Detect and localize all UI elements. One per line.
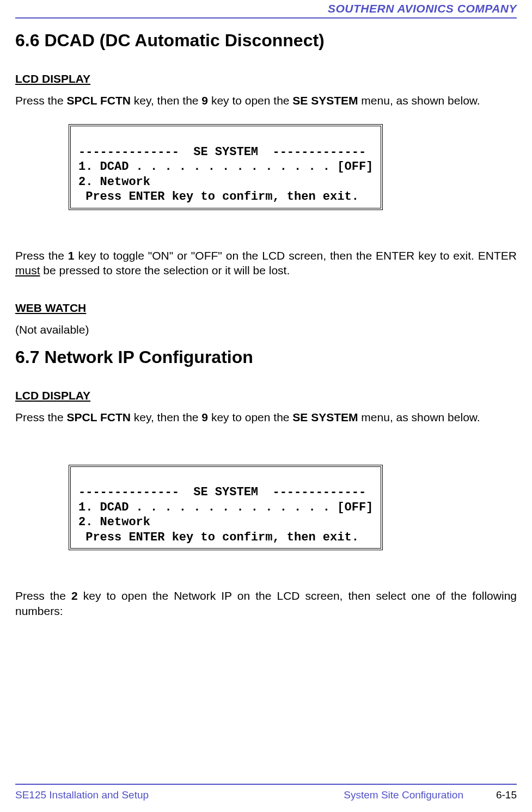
- footer-right: 6-15: [496, 789, 517, 801]
- lcd-line: -------------- SE SYSTEM -------------: [78, 145, 366, 159]
- text-fragment: Press the: [15, 249, 68, 262]
- key-1: 1: [68, 249, 75, 262]
- web-watch-text: (Not available): [15, 322, 517, 337]
- header-company: SOUTHERN AVIONICS COMPANY: [15, 0, 517, 17]
- header-rule: [15, 17, 517, 19]
- lcd-line: Press ENTER key to confirm, then exit.: [78, 531, 359, 544]
- lcd-line: 1. DCAD . . . . . . . . . . . . . . [OFF…: [78, 501, 373, 514]
- section-6-6-heading: 6.6 DCAD (DC Automatic Disconnect): [15, 30, 517, 51]
- footer-center: System Site Configuration: [344, 789, 463, 801]
- section-6-6-after: Press the 1 key to toggle "ON" or "OFF" …: [15, 248, 517, 278]
- lcd-line: 1. DCAD . . . . . . . . . . . . . . [OFF…: [78, 160, 373, 174]
- text-fragment: Press the: [15, 94, 67, 107]
- section-6-7-after: Press the 2 key to open the Network IP o…: [15, 588, 517, 618]
- text-fragment: key to toggle "ON" or "OFF" on the LCD s…: [75, 249, 517, 262]
- key-9: 9: [201, 411, 208, 423]
- web-watch-label: WEB WATCH: [15, 302, 517, 315]
- text-fragment: menu, as shown below.: [358, 94, 480, 107]
- text-fragment: key to open the Network IP on the LCD sc…: [15, 589, 517, 617]
- text-fragment: key, then the: [131, 411, 201, 423]
- lcd-line: Press ENTER key to confirm, then exit.: [78, 190, 359, 204]
- section-6-7-heading: 6.7 Network IP Configuration: [15, 347, 517, 367]
- lcd-line: -------------- SE SYSTEM -------------: [78, 485, 366, 499]
- key-9: 9: [201, 94, 208, 107]
- page-footer: SE125 Installation and Setup System Site…: [15, 784, 517, 801]
- lcd-display-label-1: LCD DISPLAY: [15, 72, 517, 85]
- text-fragment: Press the: [15, 411, 67, 423]
- se-system-text: SE SYSTEM: [292, 94, 358, 107]
- text-fragment: key to open the: [208, 94, 292, 107]
- lcd-display-box-1: -------------- SE SYSTEM ------------- 1…: [69, 124, 517, 210]
- must-underline: must: [15, 264, 40, 276]
- lcd-line: 2. Network: [78, 175, 150, 189]
- spcl-fctn-key: SPCL FCTN: [67, 411, 131, 423]
- section-6-6-intro: Press the SPCL FCTN key, then the 9 key …: [15, 93, 517, 108]
- se-system-text: SE SYSTEM: [292, 411, 358, 423]
- footer-left: SE125 Installation and Setup: [15, 789, 149, 801]
- lcd-display-box-2: -------------- SE SYSTEM ------------- 1…: [69, 465, 517, 551]
- text-fragment: be pressed to store the selection or it …: [40, 264, 290, 276]
- section-6-7-intro: Press the SPCL FCTN key, then the 9 key …: [15, 410, 517, 425]
- key-2: 2: [71, 589, 78, 602]
- text-fragment: Press the: [15, 589, 71, 602]
- lcd-line: 2. Network: [78, 515, 150, 529]
- text-fragment: key, then the: [131, 94, 201, 107]
- text-fragment: menu, as shown below.: [358, 411, 480, 423]
- lcd-display-label-2: LCD DISPLAY: [15, 389, 517, 402]
- text-fragment: key to open the: [208, 411, 292, 423]
- spcl-fctn-key: SPCL FCTN: [67, 94, 131, 107]
